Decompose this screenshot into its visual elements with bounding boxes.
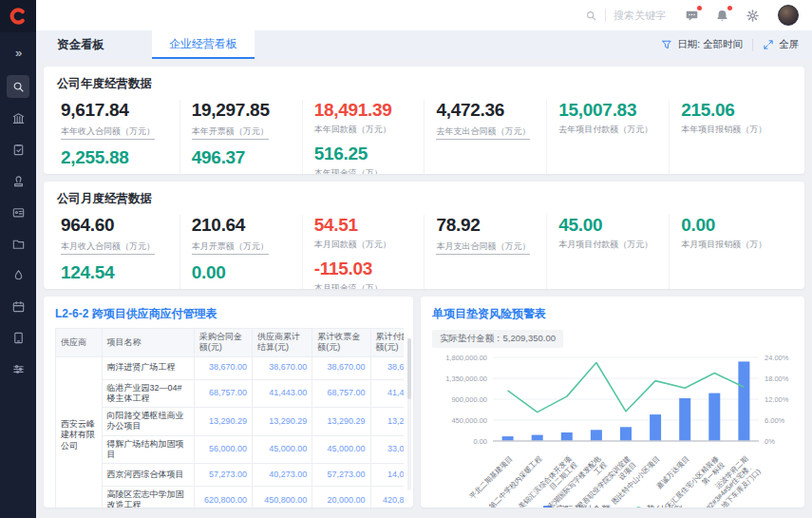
fullscreen-button[interactable]: 全屏: [763, 38, 799, 51]
kpi-label[interactable]: 本月开票额（万元）: [192, 240, 269, 255]
kpi-label[interactable]: 本月部门报销额（万）: [61, 288, 146, 289]
search-icon: [585, 10, 597, 22]
id-card-icon[interactable]: [7, 201, 29, 223]
kpi-item: 2,255.88本年部门报销额（万）: [61, 147, 172, 174]
kpi-label[interactable]: 本年开票额（万元）: [192, 125, 269, 140]
kpi-column: 0.00本月项目报销额（万）: [669, 215, 791, 289]
monthly-card-title: 公司月度经营数据: [57, 191, 791, 207]
kpi-column: 19,297.85本年开票额（万元）496.37本年税金支出（万元）: [179, 100, 302, 174]
amount-cell: 13,290.29: [194, 408, 252, 436]
tab-enterprise-dashboard[interactable]: 企业经营看板: [152, 30, 255, 59]
app-logo[interactable]: [0, 0, 36, 32]
payables-table-card: L2-6-2 跨项目供应商应付管理表 供应商项目名称采购合同金额(元)供应商累计…: [44, 297, 413, 508]
kpi-label: 本月项目报销额（万）: [681, 239, 784, 251]
project-name-cell: 西京河西综合体项目: [102, 464, 194, 487]
project-name-cell: 向阳路交通枢纽商业办公项目: [102, 408, 194, 436]
table-scrollbar-thumb[interactable]: [407, 338, 411, 399]
tablet-icon[interactable]: [7, 326, 29, 349]
kpi-value: 54.51: [314, 215, 417, 236]
amount-cell: 41,443.00: [370, 379, 404, 408]
table-row[interactable]: 临港产业园32—04#楼主体工程68,757.0041,443.0068,757…: [56, 379, 405, 408]
table-header-cell: 项目名称: [102, 329, 194, 357]
amount-cell: 420,800.00: [370, 487, 404, 508]
table-scrollbar[interactable]: [407, 338, 411, 490]
tabbar-spacer: [255, 30, 661, 59]
kpi-label[interactable]: 本年收入合同额（万元）: [61, 125, 155, 140]
kpi-label[interactable]: 本月税金支出（万元）: [192, 288, 277, 289]
toolbar-divider: [752, 39, 753, 51]
calendar-icon[interactable]: [7, 295, 29, 317]
kpi-value: 0.00: [192, 262, 294, 283]
risk-chart[interactable]: 1,800,000.0024.00%1,350,000.0018.00%900,…: [432, 352, 793, 502]
kpi-item: 215.06本年项目报销额（万）: [681, 100, 784, 136]
kpi-label[interactable]: 本月收入合同额（万元）: [61, 240, 155, 255]
kpi-column: 45.00本月项目付款额（万元）: [546, 215, 669, 289]
project-name-cell: 高陵区宏志中学加固改造工程: [102, 487, 194, 508]
building-icon[interactable]: [7, 106, 29, 129]
kpi-label[interactable]: 去年支出合同额（万元）: [436, 125, 530, 140]
topbar: 搜索关键字: [36, 0, 812, 30]
payables-card-title: L2-6-2 跨项目供应商应付管理表: [55, 306, 404, 322]
kpi-value: 516.25: [314, 144, 417, 164]
clipboard-icon[interactable]: [7, 138, 29, 161]
kpi-label: 本月现金流（万）: [314, 282, 417, 289]
amount-cell: 38,670.00: [370, 356, 404, 379]
sliders-icon[interactable]: [7, 357, 29, 380]
payables-table-wrap[interactable]: 供应商项目名称采购合同金额(元)供应商累计结算(元)累计收票金额(元)累计付款金…: [55, 328, 404, 508]
kpi-column: 54.51本月回款额（万元）-115.03本月现金流（万）: [302, 215, 425, 289]
table-row[interactable]: 西安云峰建材有限公司南洋进贤广场工程38,670.0038,670.0038,6…: [56, 356, 405, 379]
table-row[interactable]: 西京河西综合体项目57,273.0040,273.0057,273.0014,0…: [56, 464, 405, 487]
ink-drop-icon[interactable]: [7, 263, 29, 286]
main-column: 搜索关键字 资金看板 企业经营看板 日期: 全部时间 全屏: [36, 0, 812, 518]
project-name-cell: 得辉广场结构加固项目: [102, 435, 194, 464]
risk-chart-card: 单项目垫资风险预警表 实际垫付金额：5,209,350.00 1,800,000…: [421, 297, 804, 508]
message-icon[interactable]: [683, 7, 700, 24]
table-header-cell: 供应商累计结算(元): [252, 329, 312, 357]
amount-cell: 13,290.29: [370, 408, 404, 436]
fullscreen-label: 全屏: [779, 38, 799, 51]
monthly-kpi-grid: 964.60本月收入合同额（万元）124.54本月部门报销额（万）210.64本…: [57, 215, 791, 289]
kpi-item: 496.37本年税金支出（万元）: [192, 147, 294, 174]
amount-cell: 57,273.00: [194, 464, 252, 487]
kpi-value: 0.00: [681, 215, 784, 236]
kpi-item: 54.51本月回款额（万元）: [314, 215, 417, 251]
amount-cell: 13,290.29: [312, 408, 370, 436]
kpi-label: 去年项目付款额（万元）: [558, 124, 661, 136]
dashboard-content: 公司年度经营数据 9,617.84本年收入合同额（万元）2,255.88本年部门…: [36, 59, 812, 518]
svg-text:24.00%: 24.00%: [765, 354, 789, 362]
kpi-label[interactable]: 本年税金支出（万元）: [192, 173, 277, 174]
kpi-label: 本月回款额（万元）: [314, 239, 417, 251]
global-search-input[interactable]: 搜索关键字: [585, 9, 666, 23]
kpi-label[interactable]: 本年部门报销额（万）: [61, 173, 146, 174]
amount-cell: 20,000.00: [312, 487, 370, 508]
kpi-label[interactable]: 本月支出合同额（万元）: [436, 240, 530, 255]
kpi-value: 215.06: [681, 100, 784, 121]
svg-text:0.00: 0.00: [473, 437, 487, 446]
gear-icon[interactable]: [744, 7, 761, 24]
folder-icon[interactable]: [7, 232, 29, 255]
date-filter-label: 日期: 全部时间: [677, 38, 743, 51]
tab-funds-dashboard[interactable]: 资金看板: [46, 30, 116, 59]
tab-bar: 资金看板 企业经营看板 日期: 全部时间 全屏: [36, 30, 812, 59]
svg-text:450,000.00: 450,000.00: [451, 416, 487, 425]
avatar[interactable]: [778, 5, 799, 26]
table-row[interactable]: 得辉广场结构加固项目56,000.0045,000.0045,000.0033,…: [56, 435, 405, 464]
table-header-cell: 采购合同金额(元): [194, 329, 252, 357]
table-row[interactable]: 向阳路交通枢纽商业办公项目13,290.2913,290.2913,290.29…: [56, 408, 405, 436]
svg-text:6.00%: 6.00%: [765, 416, 785, 425]
kpi-column: 15,007.83去年项目付款额（万元）: [546, 100, 669, 174]
bell-icon[interactable]: [713, 7, 730, 24]
search-placeholder: 搜索关键字: [614, 9, 666, 23]
kpi-item: 210.64本月开票额（万元）: [192, 215, 294, 255]
kpi-column: 964.60本月收入合同额（万元）124.54本月部门报销额（万）: [57, 215, 179, 289]
date-filter-button[interactable]: 日期: 全部时间: [661, 38, 743, 51]
stamp-icon[interactable]: [7, 169, 29, 192]
kpi-value: 15,007.83: [558, 100, 661, 121]
search-icon[interactable]: [7, 75, 29, 98]
kpi-item: 45.00本月项目付款额（万元）: [558, 215, 661, 251]
table-row[interactable]: 高陵区宏志中学加固改造工程620,800.00450,800.0020,000.…: [56, 487, 405, 508]
kpi-item: -115.03本月现金流（万）: [314, 259, 417, 289]
sidebar-nav: [7, 75, 29, 380]
sidebar-expand-icon[interactable]: »: [15, 46, 21, 60]
monthly-data-card: 公司月度经营数据 964.60本月收入合同额（万元）124.54本月部门报销额（…: [44, 182, 804, 289]
